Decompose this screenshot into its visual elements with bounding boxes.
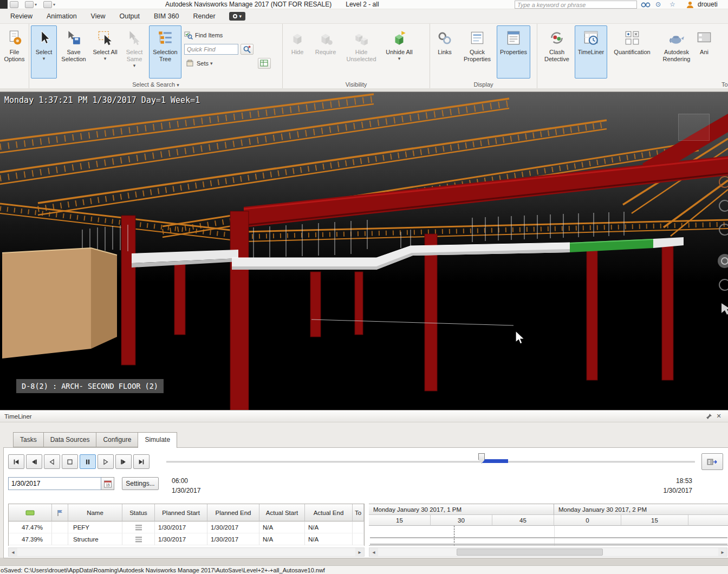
autodesk-rendering-button[interactable]: Autodesk Rendering	[657, 25, 696, 79]
column-header-progress[interactable]	[9, 504, 52, 521]
column-header-attach[interactable]	[52, 504, 68, 521]
file-options-button[interactable]: File Options	[2, 25, 27, 79]
save-selection-button[interactable]: Save Selection	[57, 25, 90, 79]
task-attach-cell[interactable]	[52, 533, 68, 545]
favorites-icon[interactable]: ☆	[670, 0, 675, 9]
gantt-horizontal-scrollbar[interactable]: ◂ ▸	[369, 547, 727, 557]
quick-access-button-3[interactable]: ▾	[43, 1, 55, 9]
viewcube[interactable]	[678, 114, 710, 141]
rewind-button[interactable]	[8, 454, 24, 469]
find-items-button[interactable]: Find Items	[184, 29, 271, 41]
table-horizontal-scrollbar[interactable]: ◂ ▸	[8, 547, 365, 557]
quick-access-button-1[interactable]	[10, 1, 18, 9]
quick-find-button[interactable]	[240, 44, 253, 55]
viewport-3d[interactable]: Monday 1:37:21 PM 1/30/2017 Day=1 Week=1…	[0, 92, 728, 410]
column-header-total[interactable]: To	[353, 504, 364, 521]
task-planned-end[interactable]: 1/30/2017	[207, 521, 259, 533]
autodesk-rendering-label: Autodesk Rendering	[658, 49, 696, 63]
communication-center-icon[interactable]: ⊙	[655, 0, 661, 9]
task-actual-end[interactable]: N/A	[305, 533, 353, 545]
scroll-left-icon[interactable]: ◂	[369, 548, 378, 556]
fast-forward-button[interactable]	[133, 454, 150, 469]
properties-label: Properties	[500, 49, 527, 56]
stop-button[interactable]	[62, 454, 78, 469]
tab-view[interactable]: View	[84, 10, 113, 23]
simulation-slider-track[interactable]	[166, 461, 695, 462]
hide-unselected-button[interactable]: Hide Unselected	[341, 25, 382, 79]
timeliner-button[interactable]: TimeLiner	[575, 25, 607, 79]
step-forward-button[interactable]	[115, 454, 132, 469]
quick-properties-button[interactable]: Quick Properties	[458, 25, 497, 79]
pin-icon[interactable]	[704, 412, 714, 421]
clash-detective-button[interactable]: Clash Detective	[539, 25, 575, 79]
hide-button[interactable]: Hide	[284, 25, 310, 79]
scroll-right-icon[interactable]: ▸	[355, 548, 364, 556]
status-bars-icon	[134, 524, 143, 531]
selection-tree-button[interactable]: Selection Tree	[149, 25, 181, 79]
play-backwards-button[interactable]	[44, 454, 60, 469]
unhide-all-icon	[391, 29, 408, 47]
links-button[interactable]: Links	[432, 25, 458, 79]
tab-configure[interactable]: Configure	[96, 432, 138, 447]
task-planned-start[interactable]: 1/30/2017	[155, 533, 207, 545]
task-actual-start[interactable]: N/A	[259, 533, 305, 545]
settings-button[interactable]: Settings...	[122, 477, 159, 490]
select-same-button[interactable]: Select Same ▾	[120, 25, 149, 79]
task-planned-start[interactable]: 1/30/2017	[155, 521, 207, 533]
select-all-button[interactable]: Select All ▾	[90, 25, 120, 79]
export-sets-button[interactable]	[258, 58, 271, 69]
task-name[interactable]: Structure	[68, 533, 122, 545]
tab-review[interactable]: Review	[3, 10, 40, 23]
scrollbar-track[interactable]	[17, 548, 355, 556]
tab-bim360[interactable]: BIM 360	[147, 10, 186, 23]
scrollbar-thumb[interactable]	[457, 549, 603, 556]
column-header-planned-start[interactable]: Planned Start	[155, 504, 207, 521]
select-button[interactable]: Select ▾	[31, 25, 57, 79]
properties-button[interactable]: Properties	[497, 25, 530, 79]
group-label-select-search[interactable]: Select & Search ▾	[29, 81, 282, 88]
quick-access-button-2[interactable]: ▾	[25, 1, 37, 9]
tab-data-sources[interactable]: Data Sources	[43, 432, 96, 447]
task-actual-start[interactable]: N/A	[259, 521, 305, 533]
scrollbar-track[interactable]	[378, 548, 718, 556]
navigation-bar[interactable]	[714, 173, 728, 319]
task-attach-cell[interactable]	[52, 521, 68, 533]
signed-in-user[interactable]: droueti	[698, 1, 718, 8]
sets-button[interactable]: Sets ▾	[184, 58, 215, 69]
tab-simulate[interactable]: Simulate	[138, 432, 177, 448]
pause-button[interactable]	[80, 454, 96, 469]
calendar-button[interactable]: 15	[101, 477, 114, 490]
column-header-planned-end[interactable]: Planned End	[207, 504, 259, 521]
require-button[interactable]: Require	[310, 25, 341, 79]
application-menu-icon[interactable]	[0, 0, 8, 9]
tab-animation[interactable]: Animation	[40, 10, 84, 23]
export-animation-button[interactable]	[701, 453, 723, 470]
tab-output[interactable]: Output	[112, 10, 147, 23]
column-header-actual-end[interactable]: Actual End	[305, 504, 353, 521]
task-name[interactable]: PEFY	[68, 521, 122, 533]
play-button[interactable]	[98, 454, 114, 469]
binoculars-icon[interactable]	[641, 0, 651, 9]
column-header-name[interactable]: Name	[68, 504, 122, 521]
user-icon[interactable]	[686, 0, 694, 9]
scroll-left-icon[interactable]: ◂	[9, 548, 17, 556]
timeliner-panel-title: TimeLiner	[4, 413, 32, 420]
tab-render[interactable]: Render	[186, 10, 223, 23]
date-input[interactable]	[8, 477, 101, 490]
gantt-body[interactable]	[369, 526, 728, 546]
task-planned-end[interactable]: 1/30/2017	[207, 533, 259, 545]
unhide-all-button[interactable]: Unhide All ▾	[382, 25, 417, 79]
close-icon[interactable]: ✕	[714, 412, 724, 421]
column-header-actual-start[interactable]: Actual Start	[259, 504, 305, 521]
timeliner-title-bar[interactable]: TimeLiner ✕	[0, 410, 728, 422]
step-back-button[interactable]	[26, 454, 42, 469]
search-input[interactable]	[515, 1, 637, 9]
task-actual-end[interactable]: N/A	[305, 521, 353, 533]
column-header-status[interactable]: Status	[122, 504, 155, 521]
tab-tasks[interactable]: Tasks	[13, 432, 43, 447]
animator-button[interactable]: Ani	[696, 25, 712, 79]
quantification-button[interactable]: Quantification	[607, 25, 657, 79]
quick-find-input[interactable]	[184, 44, 238, 55]
render-in-cloud-button[interactable]: ▾	[229, 12, 246, 21]
scroll-right-icon[interactable]: ▸	[718, 548, 727, 556]
